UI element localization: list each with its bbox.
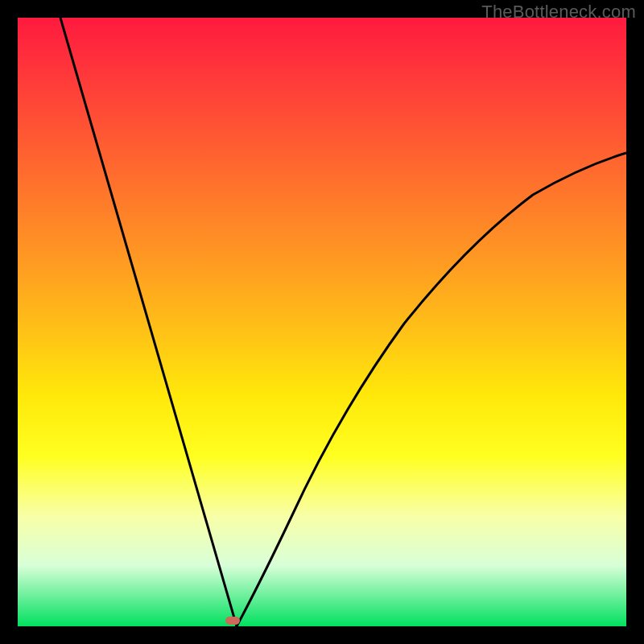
- watermark-text: TheBottleneck.com: [481, 2, 636, 23]
- optimum-marker: [225, 617, 240, 625]
- gradient-plot-area: [18, 18, 626, 626]
